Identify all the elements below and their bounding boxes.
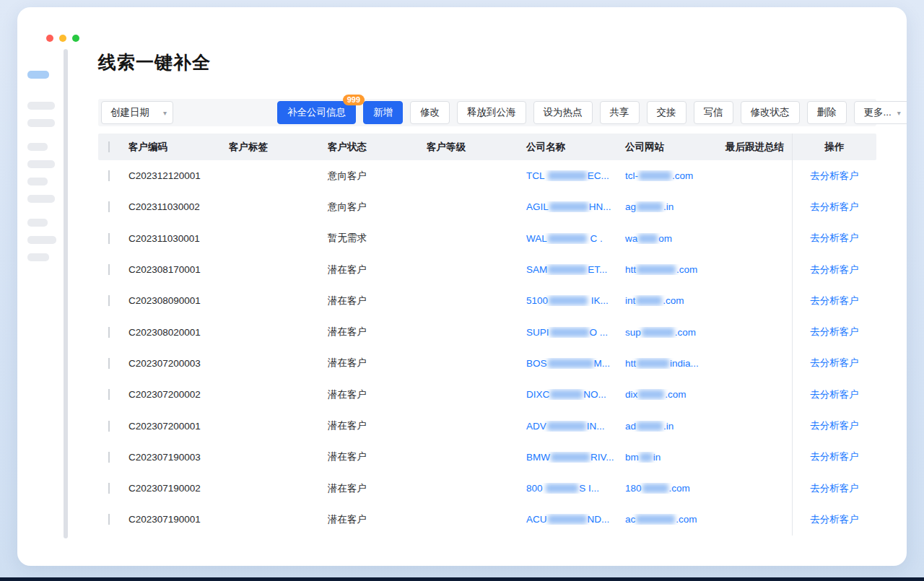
table-row: C202307190001 潜在客户 ACUND... ac.com 去分析客户 (98, 504, 876, 535)
customer-code: C202311030002 (127, 201, 227, 212)
table-row: C202312120001 意向客户 TCL EC... tcl-.com 去分… (98, 160, 876, 191)
minimize-window-button[interactable] (59, 35, 66, 42)
company-name[interactable]: SAMET... (525, 264, 624, 275)
company-website[interactable]: 180.com (624, 483, 724, 494)
column-header-summary: 最后跟进总结 (724, 141, 792, 154)
redacted-text (548, 171, 587, 180)
customer-status: 意向客户 (326, 170, 425, 183)
row-checkbox[interactable] (108, 233, 110, 244)
customer-status: 潜在客户 (326, 263, 425, 276)
analyze-customer-link[interactable]: 去分析客户 (810, 513, 859, 526)
analyze-customer-link[interactable]: 去分析客户 (810, 170, 859, 183)
toolbar-button[interactable]: 写信 (694, 101, 733, 124)
sidebar-item[interactable] (27, 160, 55, 168)
row-checkbox[interactable] (108, 170, 110, 181)
row-checkbox[interactable] (108, 201, 110, 212)
company-name[interactable]: ADVIN... (525, 421, 624, 432)
maximize-window-button[interactable] (72, 35, 79, 42)
row-checkbox[interactable] (108, 514, 110, 525)
company-website[interactable]: tcl-.com (624, 170, 724, 181)
redacted-text (638, 390, 664, 399)
table-body: C202312120001 意向客户 TCL EC... tcl-.com 去分… (98, 160, 876, 536)
sidebar-item[interactable] (27, 219, 48, 227)
redacted-text (637, 202, 663, 211)
toolbar-button[interactable]: 释放到公海 (457, 101, 526, 124)
toolbar-button[interactable]: 修改状态 (741, 101, 800, 124)
redacted-text (548, 515, 587, 524)
sidebar-item[interactable] (27, 119, 55, 127)
company-name[interactable]: DIXCNO... (525, 389, 624, 400)
company-website[interactable]: ag.in (624, 201, 724, 212)
row-checkbox[interactable] (108, 483, 110, 494)
company-name[interactable]: WAL C . (525, 233, 624, 244)
redacted-text (549, 296, 588, 305)
bottom-strip (0, 577, 924, 581)
customer-status: 潜在客户 (326, 326, 425, 338)
analyze-customer-link[interactable]: 去分析客户 (810, 326, 859, 338)
row-checkbox[interactable] (108, 452, 110, 463)
row-checkbox[interactable] (108, 421, 110, 432)
row-checkbox[interactable] (108, 358, 110, 369)
sidebar-item-active[interactable] (27, 71, 49, 79)
sidebar-item[interactable] (27, 253, 49, 261)
sidebar-item[interactable] (27, 102, 55, 110)
toolbar-button[interactable]: 修改 (410, 101, 450, 124)
redacted-text (548, 359, 593, 368)
company-website[interactable]: sup.com (624, 327, 724, 338)
app-window: 线索一键补全 创建日期 ▾ 补全公司信息 999 新增 修改释放到公海设为热点共… (17, 7, 907, 566)
sidebar-item[interactable] (27, 195, 55, 203)
close-window-button[interactable] (46, 35, 53, 42)
table-row: C202308020001 潜在客户 SUPIO ... sup.com 去分析… (98, 316, 876, 347)
row-checkbox[interactable] (108, 327, 110, 338)
toolbar-button[interactable]: 共享 (600, 101, 640, 124)
analyze-customer-link[interactable]: 去分析客户 (810, 419, 859, 432)
company-name[interactable]: BOSM... (525, 358, 624, 369)
company-website[interactable]: int.com (624, 295, 724, 306)
row-checkbox[interactable] (108, 389, 110, 400)
company-website[interactable]: dix.com (624, 389, 724, 400)
sidebar-item[interactable] (27, 178, 48, 185)
scrollbar[interactable] (64, 49, 68, 538)
sidebar-item[interactable] (27, 236, 56, 244)
date-filter-select[interactable]: 创建日期 ▾ (101, 101, 173, 124)
column-header-company: 公司名称 (525, 141, 624, 154)
table-row: C202307200002 潜在客户 DIXCNO... dix.com 去分析… (98, 379, 876, 410)
analyze-customer-link[interactable]: 去分析客户 (810, 357, 859, 370)
company-name[interactable]: TCL EC... (525, 170, 624, 181)
company-name[interactable]: 5100 IK... (525, 295, 624, 306)
company-name[interactable]: 800 S I... (525, 483, 624, 494)
select-all-checkbox[interactable] (108, 141, 110, 152)
complete-company-button[interactable]: 补全公司信息 (277, 101, 356, 124)
company-name[interactable]: AGILHN... (525, 201, 624, 212)
row-checkbox[interactable] (108, 264, 110, 275)
more-button[interactable]: 更多... ▾ (854, 101, 907, 124)
sidebar-item[interactable] (27, 143, 48, 151)
company-website[interactable]: waom (624, 233, 724, 244)
company-website[interactable]: ad.in (624, 421, 724, 432)
company-name[interactable]: ACUND... (525, 514, 624, 525)
company-name[interactable]: SUPIO ... (525, 327, 624, 338)
company-name[interactable]: BMWRIV... (525, 452, 624, 463)
chevron-down-icon: ▾ (897, 109, 901, 117)
column-header-level: 客户等级 (425, 141, 525, 154)
analyze-customer-link[interactable]: 去分析客户 (810, 450, 859, 463)
company-website[interactable]: htt.com (624, 264, 724, 275)
company-website[interactable]: bmin (624, 452, 724, 463)
toolbar-button[interactable]: 交接 (647, 101, 687, 124)
toolbar-button[interactable]: 设为热点 (533, 101, 593, 124)
row-checkbox[interactable] (108, 295, 110, 306)
analyze-customer-link[interactable]: 去分析客户 (810, 201, 859, 214)
analyze-customer-link[interactable]: 去分析客户 (810, 263, 859, 276)
add-button[interactable]: 新增 (363, 101, 403, 124)
analyze-customer-link[interactable]: 去分析客户 (810, 232, 859, 245)
toolbar-button[interactable]: 删除 (807, 101, 847, 124)
analyze-customer-link[interactable]: 去分析客户 (810, 482, 859, 495)
company-website[interactable]: ac.com (624, 514, 724, 525)
analyze-customer-link[interactable]: 去分析客户 (810, 388, 859, 401)
redacted-text (637, 265, 676, 274)
table-header: 客户编码 客户标签 客户状态 客户等级 公司名称 公司网站 最后跟进总结 操作 (98, 134, 876, 160)
analyze-customer-link[interactable]: 去分析客户 (810, 294, 859, 307)
scroll-track (64, 7, 69, 566)
table-row: C202308090001 潜在客户 5100 IK... int.com 去分… (98, 285, 876, 316)
company-website[interactable]: httindia... (624, 358, 724, 369)
